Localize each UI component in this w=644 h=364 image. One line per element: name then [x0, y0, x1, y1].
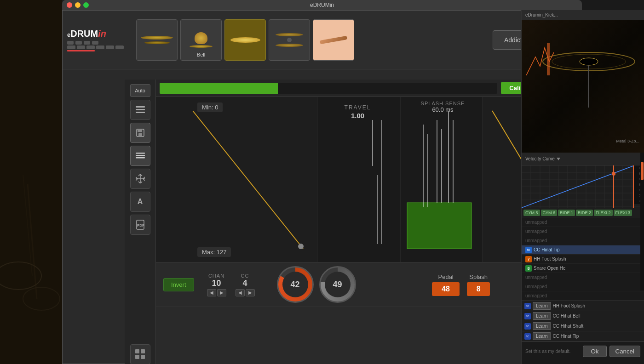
- learn-badge-3: tc: [524, 323, 531, 330]
- cym6-tab[interactable]: CYM 6: [541, 210, 558, 216]
- travel-label: TRAVEL: [317, 104, 398, 111]
- snare-open-label: Snare Open Hc: [534, 266, 565, 271]
- midi-row-unmapped-2: unmapped: [522, 227, 644, 236]
- sidebar-grid-icon[interactable]: [130, 344, 150, 364]
- flexi2-tab[interactable]: FLEXI 2: [594, 210, 613, 216]
- midi-row-unmapped-1: unmapped: [522, 218, 644, 227]
- cymbal-button-bell[interactable]: Bell: [180, 19, 222, 61]
- learn-label-1: HH Foot Splash: [553, 303, 586, 308]
- drums-bg-svg: [0, 0, 62, 364]
- ok-button[interactable]: Ok: [583, 346, 606, 357]
- auto-button[interactable]: Auto: [130, 84, 150, 97]
- cym5-tab[interactable]: CYM 5: [523, 210, 540, 216]
- svg-point-19: [580, 58, 598, 65]
- knob1-container: 42: [277, 266, 314, 303]
- hh-foot-splash-label: HH Foot Splash: [534, 256, 566, 262]
- sidebar-floppy-icon[interactable]: [130, 123, 150, 143]
- midi-row-cc-hinat-tip[interactable]: tc CC Hinat Tip: [522, 245, 644, 255]
- cc-up-arrow[interactable]: ▶: [246, 289, 255, 296]
- knob1[interactable]: 42: [277, 266, 314, 303]
- midi-list: unmapped unmapped unmapped tc CC Hinat T…: [522, 218, 644, 301]
- logo-indicator: [67, 50, 95, 51]
- learn-badge-2: tc: [524, 313, 531, 319]
- splash-label-container: SPLASH SENSE 60.0 ms: [402, 101, 483, 113]
- svg-rect-0: [136, 106, 145, 108]
- bell-label: Bell: [181, 52, 221, 57]
- mini-graph: [526, 39, 554, 75]
- learn-row-2: tc Learn CC Hihat Bell: [522, 311, 644, 321]
- learn-button-3[interactable]: Learn: [533, 322, 551, 330]
- center-panel: TRAVEL 1.00 SPLASH SENSE 60.0 ms: [317, 97, 483, 262]
- svg-rect-14: [141, 349, 145, 353]
- cc-label: CC: [241, 273, 249, 279]
- window-title: eDRUMin: [310, 2, 334, 8]
- dialog-buttons: Ok Cancel: [583, 346, 640, 357]
- learn-rows: tc Learn HH Foot Splash tc Learn CC Hiha…: [522, 301, 644, 341]
- knob2-container: 49: [319, 266, 356, 303]
- knob2[interactable]: 49: [319, 266, 356, 303]
- velocity-dropdown-icon: [557, 158, 560, 160]
- main-content: Calibrate ↻ Min: 0 Max: 127 TRAVE: [156, 80, 584, 364]
- chan-cc-area: CHAN 10 ◀ ▶ CC 4 ◀ ▶: [200, 273, 262, 296]
- svg-rect-1: [136, 109, 145, 110]
- center-canvas: [317, 97, 483, 262]
- app-header: e DRUM in: [63, 11, 581, 69]
- sidebar-list-icon[interactable]: [130, 100, 150, 120]
- chan-down-arrow[interactable]: ◀: [207, 289, 216, 296]
- cymbal-button-4[interactable]: [269, 19, 310, 61]
- learn-button-2[interactable]: Learn: [533, 312, 551, 320]
- cc-down-arrow[interactable]: ◀: [236, 289, 245, 296]
- learn-button-4[interactable]: Learn: [533, 332, 551, 340]
- cymbal-button-5[interactable]: [313, 19, 354, 61]
- waveform-area: Min: 0 Max: 127 TRAVEL 1.00 SPLASH SENSE…: [156, 97, 584, 262]
- pedal-splash-area: Pedal 48 Splash 8: [432, 273, 490, 296]
- bg-left-panel: [0, 0, 62, 364]
- pedal-value: 48: [432, 282, 460, 296]
- cancel-button[interactable]: Cancel: [610, 346, 641, 357]
- video-title: eDrumin_Kick...: [525, 12, 558, 17]
- right-scrollbar[interactable]: [640, 153, 644, 290]
- midi-row-unmapped-6: unmapped: [522, 291, 644, 301]
- curve-left-panel: Min: 0 Max: 127: [156, 97, 317, 262]
- pedal-label: Pedal: [438, 273, 454, 280]
- svg-rect-2: [136, 112, 145, 113]
- midi-badge-7: 7: [525, 256, 532, 262]
- sidebar-expand-icon[interactable]: [130, 169, 150, 189]
- cymbal-tabs: CYM 5 CYM 6 RIDE 1 RIDE 2 FLEXI 2 FLEXI …: [522, 208, 644, 218]
- midi-row-unmapped-3: unmapped: [522, 236, 644, 245]
- learn-label-2: CC Hihat Bell: [553, 313, 581, 318]
- window-controls[interactable]: [67, 2, 89, 8]
- sidebar-lines-icon[interactable]: [130, 146, 150, 166]
- cymbal-button-1[interactable]: [136, 19, 178, 61]
- midi-row-hh-foot-splash[interactable]: 7 HH Foot Splash: [522, 255, 644, 264]
- scrollbar-thumb: [641, 162, 644, 180]
- midi-row-snare-open[interactable]: 8 Snare Open Hc: [522, 264, 644, 273]
- close-button[interactable]: [67, 2, 72, 8]
- sidebar-a-icon[interactable]: A: [130, 192, 150, 212]
- app-window: e DRUM in: [62, 10, 582, 364]
- learn-badge-1: tc: [524, 303, 531, 309]
- sidebar-pdf-icon[interactable]: PDF: [130, 215, 150, 235]
- midi-badge-8: 8: [525, 265, 532, 272]
- cymbal-button-3[interactable]: [224, 19, 266, 61]
- cc-hinat-tip-label: CC Hinat Tip: [534, 247, 560, 252]
- chan-arrows: ◀ ▶: [207, 289, 226, 296]
- flexi3-tab[interactable]: FLEXI 3: [614, 210, 632, 216]
- chan-up-arrow[interactable]: ▶: [217, 289, 226, 296]
- dialog-footer: Set this as my default. Ok Cancel: [522, 341, 644, 361]
- minimize-button[interactable]: [75, 2, 80, 8]
- cc-arrows: ◀ ▶: [236, 289, 255, 296]
- maximize-button[interactable]: [83, 2, 89, 8]
- bottom-controls: Invert CHAN 10 ◀ ▶ CC 4 ◀ ▶: [156, 262, 584, 307]
- invert-button[interactable]: Invert: [163, 278, 194, 291]
- velocity-section: Velocity Curve 84 83 82 81 80 79 78: [522, 153, 644, 208]
- ride1-tab[interactable]: RIDE 1: [558, 210, 575, 216]
- learn-button-1[interactable]: Learn: [533, 302, 551, 310]
- learn-row-1: tc Learn HH Foot Splash: [522, 301, 644, 311]
- ride2-tab[interactable]: RIDE 2: [576, 210, 593, 216]
- svg-rect-8: [136, 157, 145, 159]
- knobs-area: 42 49: [277, 266, 356, 303]
- knob1-value: 42: [282, 272, 308, 297]
- learn-row-3: tc Learn CC Hihat Shaft: [522, 321, 644, 331]
- velocity-indicator: [633, 165, 634, 208]
